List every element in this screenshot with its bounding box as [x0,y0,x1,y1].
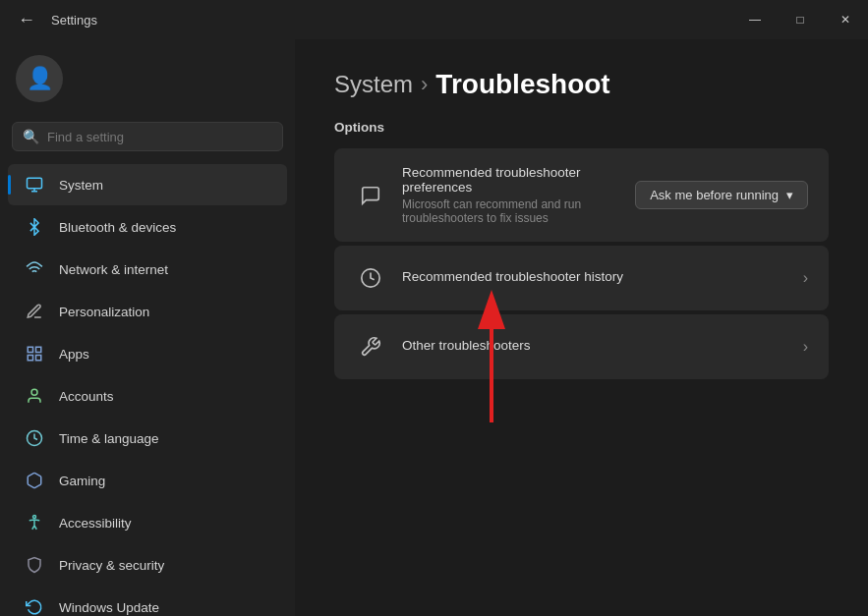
back-button[interactable]: ← [12,6,41,34]
svg-rect-1 [28,347,32,352]
sidebar-item-bluetooth[interactable]: Bluetooth & devices [8,206,287,248]
sidebar-item-label-accounts: Accounts [59,389,114,404]
sidebar-item-label-network: Network & internet [59,262,168,277]
sidebar-nav: SystemBluetooth & devicesNetwork & inter… [0,163,295,616]
sidebar-item-personalization[interactable]: Personalization [8,291,287,332]
sidebar-item-system[interactable]: System [8,164,287,205]
breadcrumb-separator: › [421,72,428,97]
close-button[interactable]: ✕ [823,0,868,39]
sidebar-item-label-accessibility: Accessibility [59,516,132,531]
option-card-other-troubleshooters[interactable]: Other troubleshooters› [334,314,829,379]
accounts-icon [24,385,45,407]
section-title: Options [334,120,829,135]
minimize-button[interactable]: — [732,0,778,39]
svg-rect-2 [36,347,41,352]
sidebar-item-accounts[interactable]: Accounts [8,375,287,417]
breadcrumb-parent: System [334,71,413,98]
sidebar-item-label-system: System [59,178,103,193]
titlebar-title: Settings [51,13,97,28]
bluetooth-icon [24,216,45,238]
network-icon [24,258,45,280]
gaming-icon [24,470,45,491]
other-troubleshooters-text: Other troubleshooters [402,338,787,356]
sidebar-item-time[interactable]: Time & language [8,418,287,459]
sidebar-item-label-gaming: Gaming [59,474,105,488]
maximize-button[interactable]: □ [778,0,823,39]
sidebar-item-label-personalization: Personalization [59,305,149,319]
other-troubleshooters-chevron: › [803,338,808,356]
sidebar-item-label-update: Windows Update [59,600,159,615]
recommended-history-text: Recommended troubleshooter history [402,269,787,287]
sidebar-item-label-time: Time & language [59,431,159,446]
options-list: Recommended troubleshooter preferencesMi… [334,148,829,379]
update-icon [24,596,45,616]
option-card-recommended-history[interactable]: Recommended troubleshooter history› [334,246,829,310]
recommended-history-title: Recommended troubleshooter history [402,269,787,284]
system-icon [24,174,45,196]
privacy-icon [24,554,45,576]
sidebar-item-label-apps: Apps [59,347,89,362]
sidebar-item-gaming[interactable]: Gaming [8,460,287,501]
recommended-prefs-dropdown-btn[interactable]: Ask me before running▾ [635,181,808,209]
svg-rect-0 [28,178,42,189]
breadcrumb-current: Troubleshoot [435,69,609,100]
avatar: 👤 [16,55,63,102]
apps-icon [24,343,45,364]
breadcrumb: System › Troubleshoot [334,69,829,100]
sidebar-item-apps[interactable]: Apps [8,333,287,374]
search-icon: 🔍 [23,129,39,144]
sidebar-item-update[interactable]: Windows Update [8,587,287,616]
recommended-prefs-icon [355,180,386,211]
other-troubleshooters-title: Other troubleshooters [402,338,787,353]
main-content: System › Troubleshoot Options Recommende… [295,39,868,616]
titlebar-left: ← Settings [12,6,97,34]
recommended-prefs-action[interactable]: Ask me before running▾ [635,181,808,209]
accessibility-icon [24,512,45,533]
sidebar-item-privacy[interactable]: Privacy & security [8,544,287,586]
avatar-icon: 👤 [27,66,53,91]
svg-point-5 [31,389,37,395]
sidebar-item-label-privacy: Privacy & security [59,558,164,573]
search-input[interactable] [47,130,272,144]
recommended-prefs-desc: Microsoft can recommend and run troubles… [402,197,619,225]
svg-point-7 [33,516,36,519]
other-troubleshooters-icon [355,331,386,363]
svg-rect-4 [36,356,41,361]
recommended-history-action: › [803,269,808,287]
sidebar-item-accessibility[interactable]: Accessibility [8,502,287,543]
svg-rect-3 [28,356,32,361]
recommended-history-chevron: › [803,269,808,287]
time-icon [24,427,45,449]
app-body: 👤 🔍 SystemBluetooth & devicesNetwork & i… [0,39,868,616]
search-box[interactable]: 🔍 [12,122,283,151]
option-card-recommended-prefs[interactable]: Recommended troubleshooter preferencesMi… [334,148,829,242]
titlebar: ← Settings — □ ✕ [0,0,868,39]
sidebar: 👤 🔍 SystemBluetooth & devicesNetwork & i… [0,39,295,616]
recommended-history-icon [355,262,386,294]
personalization-icon [24,301,45,322]
sidebar-item-network[interactable]: Network & internet [8,249,287,290]
recommended-prefs-text: Recommended troubleshooter preferencesMi… [402,165,619,225]
titlebar-controls: — □ ✕ [732,0,868,39]
sidebar-item-label-bluetooth: Bluetooth & devices [59,220,176,235]
user-section: 👤 [0,39,295,118]
other-troubleshooters-action: › [803,338,808,356]
recommended-prefs-title: Recommended troubleshooter preferences [402,165,619,195]
